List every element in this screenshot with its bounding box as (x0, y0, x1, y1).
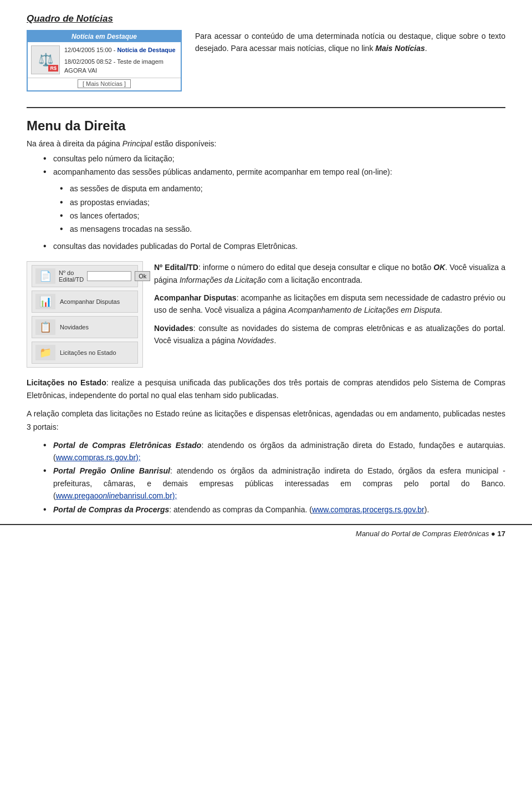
portal-item-3: Portal de Compras da Procergs: atendendo… (43, 503, 505, 516)
news-icon: ⚖️ R$ (31, 45, 60, 74)
edital-label: Nº do Edital/TD (59, 269, 84, 283)
list-item: acompanhamento das sessões públicas anda… (43, 166, 505, 178)
news-box-header: Notícia em Destaque (28, 31, 181, 42)
footer-text: Manual do Portal de Compras Eletrônicas … (356, 530, 505, 538)
rs-badge: R$ (48, 65, 58, 72)
disputas-bold: Acompanhar Disputas (154, 293, 237, 302)
section-divider (27, 107, 505, 108)
news-item-date-1: 12/04/2005 15:00 - Notícia de Destaque (64, 45, 177, 55)
footer-bullet: ● (491, 530, 497, 538)
news-item-date-2: 18/02/2005 08:52 - Teste de imagem AGORA… (64, 57, 177, 75)
bottom-section: Licitações no Estado: realize a pesquisa… (27, 376, 505, 516)
list-item: consultas pelo número da licitação; (43, 152, 505, 165)
top-section: Notícia em Destaque ⚖️ R$ 12/04/2005 15:… (27, 30, 505, 91)
portal-item-2: Portal Pregão Online Banrisul: atendendo… (43, 465, 505, 502)
disputas-desc-para: Acompanhar Disputas: acompanhe as licita… (154, 292, 505, 317)
edital-input[interactable] (87, 271, 131, 281)
edital-bold: Nº Edital/TD (154, 263, 198, 272)
disputas-icon: 📊 (35, 294, 55, 309)
list-item: as mensagens trocadas na sessão. (60, 223, 505, 235)
licitacoes-estado-para: Licitações no Estado: realize a pesquisa… (27, 376, 505, 402)
right-text-end: . (425, 44, 427, 53)
relacao-completa-para: A relação completa das licitações no Est… (27, 408, 505, 433)
novidades-desc-para: Novidades: consulte as novidades do sist… (154, 322, 505, 347)
list-item: as sessões de disputa em andamento; (60, 182, 505, 195)
portal-3-link[interactable]: www.compras.procergs.rs.gov.br (312, 505, 424, 514)
acompanhar-disputas-item[interactable]: 📊 Acompanhar Disputas (32, 291, 138, 313)
novidades-label: Novidades (60, 324, 134, 330)
section-title-quadro: Quadro de Notícias (27, 13, 505, 24)
footer-manual-text: Manual do Portal de Compras Eletrônicas (356, 530, 489, 538)
menu-intro: Na área à direita da página Principal es… (27, 139, 505, 148)
edital-desc-para: Nº Edital/TD: informe o número do edital… (154, 261, 505, 286)
licitacoes-bold: Licitações no Estado (27, 378, 106, 387)
news-more-button[interactable]: [ Mais Notícias ] (28, 78, 181, 90)
novidades-bold: Novidades (154, 324, 193, 333)
news-box-body: ⚖️ R$ 12/04/2005 15:00 - Notícia de Dest… (28, 42, 181, 78)
sub-bullet-list: as sessões de disputa em andamento; as p… (60, 182, 505, 236)
licitacoes-estado-item[interactable]: 📁 Licitações no Estado (32, 342, 138, 364)
menu-bullet-list: consultas pelo número da licitação; acom… (43, 152, 505, 179)
list-item: os lances ofertados; (60, 210, 505, 222)
edital-icon: 📄 (35, 268, 55, 284)
left-image-box: 📄 Nº do Edital/TD Ok 📊 Acompanhar Disput… (27, 261, 143, 368)
footer-page-number: 17 (498, 530, 505, 538)
portals-list: Portal de Compras Eletrônicas Estado: at… (43, 439, 505, 516)
news-box: Notícia em Destaque ⚖️ R$ 12/04/2005 15:… (27, 30, 182, 91)
right-text-p1: Para acessar o conteúdo de uma determina… (195, 32, 505, 53)
menu-direita-title: Menu da Direita (27, 118, 505, 134)
licitacoes-icon: 📁 (35, 345, 55, 360)
list-item: as propostas enviadas; (60, 196, 505, 208)
edital-input-row: 📄 Nº do Edital/TD Ok (32, 265, 138, 287)
list-item: consultas das novidades publicadas do Po… (43, 240, 505, 252)
licitacoes-estado-label: Licitações no Estado (60, 349, 134, 356)
portal-item-1: Portal de Compras Eletrônicas Estado: at… (43, 439, 505, 464)
portal-1-link[interactable]: www.compras.rs.gov.br); (56, 453, 141, 462)
menu-bullet-list-2: consultas das novidades publicadas do Po… (43, 240, 505, 252)
portal-2-link[interactable]: www.pregaoonlinebanrisul.com.br); (56, 491, 177, 500)
mid-right-desc: Nº Edital/TD: informe o número do edital… (154, 261, 505, 352)
news-items: 12/04/2005 15:00 - Notícia de Destaque 1… (64, 45, 177, 75)
novidades-icon: 📋 (35, 319, 55, 335)
news-item-title-1: Notícia de Destaque (117, 47, 175, 53)
disputas-label: Acompanhar Disputas (60, 298, 134, 305)
mid-section: 📄 Nº do Edital/TD Ok 📊 Acompanhar Disput… (27, 261, 505, 368)
ok-button[interactable]: Ok (135, 271, 150, 281)
page-footer: Manual do Portal de Compras Eletrônicas … (0, 524, 532, 542)
quadro-right-text: Para acessar o conteúdo de uma determina… (195, 30, 505, 55)
right-text-link: Mais Notícias (375, 44, 424, 53)
novidades-item[interactable]: 📋 Novidades (32, 316, 138, 338)
